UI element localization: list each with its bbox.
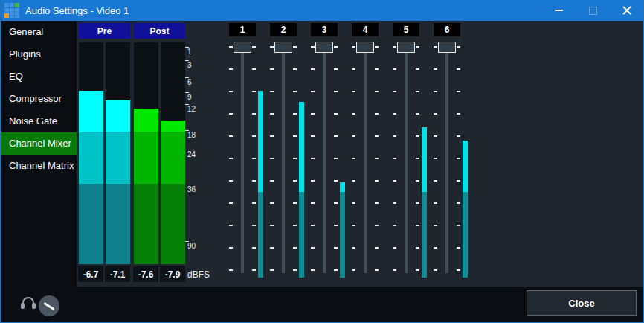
channel-header-3: 3 [311, 23, 338, 36]
channel-meter-2 [299, 192, 304, 278]
channel-slider-track-6[interactable] [445, 52, 448, 273]
channel-slider-track-5[interactable] [405, 52, 408, 273]
channel-slider-handle-4[interactable] [356, 42, 374, 53]
minimize-button[interactable] [541, 0, 576, 21]
channel-tick [416, 158, 419, 159]
channel-tick [334, 180, 338, 182]
channel-tick [252, 247, 256, 249]
channel-tick [252, 91, 256, 92]
post-meter-bar-1 [134, 42, 158, 264]
channel-tick [457, 158, 460, 159]
channel-slider-track-2[interactable] [282, 52, 285, 273]
channel-tick [457, 135, 460, 137]
channel-tick [416, 91, 419, 92]
meter-fill-segment [161, 184, 185, 264]
channel-meter-5 [422, 192, 427, 278]
channel-tick [393, 68, 396, 70]
channel-meter-1 [258, 91, 263, 192]
channel-tick [293, 180, 297, 182]
channel-slider-handle-2[interactable] [274, 42, 292, 53]
scale-tick-line [185, 241, 189, 242]
close-icon [621, 4, 633, 16]
channel-tick [416, 135, 419, 137]
headphone-volume-knob[interactable] [39, 295, 59, 316]
channel-slider-track-3[interactable] [323, 52, 326, 273]
channel-tick [334, 225, 338, 226]
channel-tick [434, 135, 437, 137]
titlebar-close-button[interactable] [610, 0, 644, 21]
channel-slider-handle-5[interactable] [397, 42, 415, 53]
channel-slider-track-4[interactable] [364, 52, 367, 273]
channel-tick [434, 158, 437, 159]
scale-mark-24: 24 [185, 150, 196, 159]
knob-pointer-icon [43, 302, 54, 310]
channel-tick [352, 46, 355, 48]
meter-group-label-pre: Pre [79, 23, 130, 39]
channel-tick [352, 225, 355, 226]
channel-tick [352, 68, 355, 70]
pre-readout-1: -6.7 [78, 266, 103, 282]
channel-tick [393, 247, 396, 249]
channel-tick [375, 158, 379, 159]
scale-tick-label: 24 [185, 150, 196, 159]
channel-tick [252, 46, 256, 48]
channel-tick [229, 247, 233, 249]
meter-fill-segment [134, 184, 158, 264]
sidebar-item-general[interactable]: General [1, 21, 77, 43]
channel-tick [311, 68, 315, 70]
sidebar-item-eq[interactable]: EQ [1, 65, 77, 88]
channel-tick [434, 46, 437, 48]
meter-fill-segment [134, 109, 158, 132]
channel-slider-track-1[interactable] [241, 52, 244, 273]
scale-mark-18: 18 [185, 130, 196, 139]
channel-slider-handle-3[interactable] [315, 42, 333, 53]
scale-tick-label: 12 [185, 104, 196, 113]
channel-tick [416, 247, 419, 249]
channel-tick [352, 135, 355, 137]
sidebar-item-plugins[interactable]: Plugins [1, 43, 77, 65]
channel-tick [270, 135, 274, 137]
sidebar-item-channel-mixer[interactable]: Channel Mixer [1, 132, 77, 155]
scale-tick-line [185, 92, 189, 93]
channel-tick [334, 46, 338, 48]
channel-tick [229, 46, 233, 48]
channel-meter-3 [340, 182, 345, 192]
channel-tick [229, 202, 233, 204]
channel-tick [229, 269, 233, 271]
titlebar: Audio Settings - Video 1 [0, 0, 644, 21]
channel-meter-5 [422, 127, 427, 192]
sidebar-item-compressor[interactable]: Compressor [1, 88, 77, 110]
scale-mark-36: 36 [185, 185, 196, 194]
channel-tick [375, 225, 379, 226]
channel-tick [229, 158, 233, 159]
scale-mark-9: 9 [185, 92, 192, 101]
channel-tick [457, 247, 460, 249]
meter-fill-segment [106, 184, 130, 264]
scale-tick-label: 1 [185, 47, 192, 56]
channel-tick [293, 158, 297, 159]
close-button[interactable]: Close [527, 290, 637, 316]
channel-tick [311, 158, 315, 159]
maximize-button[interactable] [576, 0, 610, 21]
channel-tick [293, 46, 297, 48]
channel-slider-handle-1[interactable] [234, 42, 251, 53]
sidebar-item-noise-gate[interactable]: Noise Gate [1, 110, 77, 132]
scale-tick-label: 9 [185, 92, 192, 101]
channel-tick [229, 113, 233, 115]
meter-fill-segment [79, 184, 103, 264]
channel-slider-handle-6[interactable] [438, 42, 456, 53]
channel-tick [252, 113, 256, 115]
channel-tick [270, 91, 274, 92]
channel-tick [457, 269, 460, 271]
sidebar-item-channel-matrix[interactable]: Channel Matrix [1, 155, 77, 177]
channel-tick [352, 91, 355, 92]
channel-tick [393, 180, 396, 182]
channel-tick [375, 135, 379, 137]
channel-tick [270, 68, 274, 70]
scale-tick-label: 3 [185, 60, 192, 69]
channel-tick [434, 247, 437, 249]
dbfs-unit-label: dBFS [187, 266, 210, 282]
channel-header-2: 2 [270, 23, 297, 36]
channel-tick [334, 202, 338, 204]
channel-tick [434, 225, 437, 226]
